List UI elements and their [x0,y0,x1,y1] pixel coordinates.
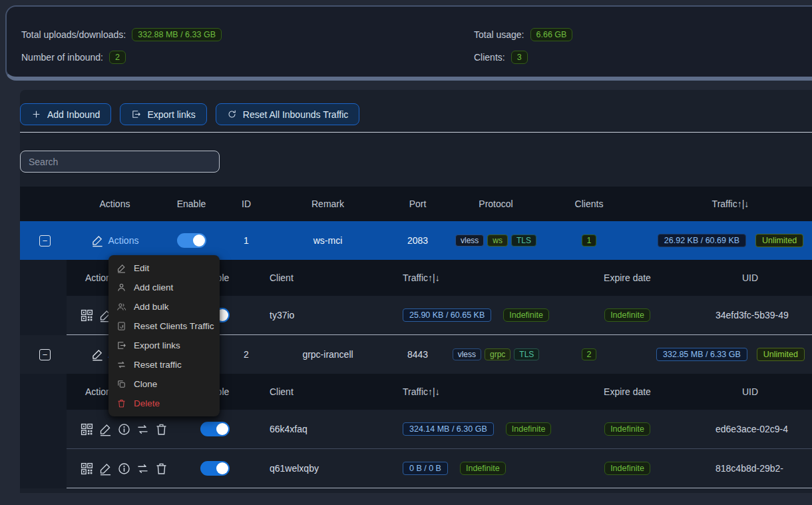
edit-pencil-icon [91,234,104,247]
delete-client-icon[interactable] [154,462,168,476]
client-count-badge: 1 [582,235,597,247]
menu-item-label: Export links [134,340,180,350]
stat-clients-label: Clients: [474,52,505,63]
client-row-q61welxqby: q61welxqby 0 B / 0 B Indefinite Indefini… [67,449,812,488]
inbound-id: 2 [223,349,270,360]
edit-icon [116,263,126,273]
menu-item-reset-traffic[interactable]: Reset traffic [108,355,220,374]
security-tag-tls: TLS [511,235,536,247]
export-links-button[interactable]: Export links [120,103,206,125]
stat-total-usage: Total usage: 6.66 GB [474,27,572,42]
sub-header-client: Client [243,386,346,397]
quota-badge: Unlimited [757,348,805,361]
edit-pencil-icon [91,348,104,361]
client-enable-toggle[interactable] [200,422,230,436]
toolbar-divider [20,132,812,133]
header-actions: Actions [70,199,160,209]
client-quota-badge: Indefinite [460,462,506,475]
client-uid: ed6e3ace-02c9-4 [715,424,812,434]
menu-item-label: Reset Clients Traffic [134,321,214,331]
stats-column-right: Total usage: 6.66 GB Clients: 3 [474,27,572,65]
sub-header-expire: Expire date [539,272,715,283]
add-inbound-label: Add Inbound [47,109,100,120]
qr-code-icon[interactable] [80,422,94,436]
inbound-row-ws-mci[interactable]: Actions 1 ws-mci 2083 vless ws TLS 1 26.… [20,221,812,260]
client-expire-badge: Indefinite [604,422,650,436]
transport-tag-ws: ws [487,235,508,247]
client-count-badge: 2 [582,348,597,360]
menu-item-clone[interactable]: Clone [108,374,220,394]
info-icon[interactable] [117,422,131,436]
header-traffic[interactable]: Traffic↑|↓ [636,199,812,209]
menu-item-label: Add client [134,282,173,292]
clone-icon [116,379,126,389]
inbound-id: 1 [223,235,270,246]
stat-clients-value-badge: 3 [511,51,528,64]
add-inbound-button[interactable]: Add Inbound [20,103,111,125]
inbounds-table-header: Actions Enable ID Remark Port Protocol C… [20,187,812,221]
client-traffic-badge: 25.90 KB / 60.65 KB [403,308,491,322]
client-enable-toggle[interactable] [200,461,230,476]
export-links-label: Export links [147,109,195,120]
stat-usage-value-badge: 6.66 GB [530,28,573,41]
sub-header-traffic[interactable]: Traffic↑|↓ [346,386,539,397]
plus-icon [31,109,41,119]
enable-toggle[interactable] [177,233,206,248]
menu-item-add-bulk[interactable]: Add bulk [108,297,220,316]
protocol-tags: vless ws TLS [449,235,542,247]
edit-client-icon[interactable] [99,422,112,436]
inbound-remark: grpc-irancell [270,349,386,360]
header-remark: Remark [270,199,386,209]
menu-item-add-client[interactable]: Add client [108,278,220,297]
protocol-tags: vless grpc TLS [449,348,542,360]
search-input[interactable] [20,151,220,173]
menu-item-reset-clients-traffic[interactable]: Reset Clients Traffic [108,316,220,336]
stats-card: Total uploads/downloads: 332.88 MB / 6.3… [5,5,812,81]
toolbar: Add Inbound Export links Reset All Inbou… [20,90,812,125]
menu-item-label: Reset traffic [134,360,182,370]
client-expire-badge: Indefinite [604,462,650,475]
menu-item-delete[interactable]: Delete [108,394,220,413]
sub-header-traffic[interactable]: Traffic↑|↓ [346,272,539,283]
reset-traffic-icon[interactable] [136,422,150,436]
delete-client-icon[interactable] [154,422,168,436]
menu-item-export-links[interactable]: Export links [108,336,220,355]
stats-column-left: Total uploads/downloads: 332.88 MB / 6.3… [21,27,222,65]
client-action-icons [67,462,186,476]
menu-item-edit[interactable]: Edit [108,258,220,278]
stat-inbounds-value-badge: 2 [109,51,126,64]
export-icon [131,109,141,119]
qr-code-icon[interactable] [80,308,94,322]
client-expire-badge: Indefinite [604,308,650,322]
header-clients: Clients [542,199,636,209]
protocol-tag-vless: vless [453,348,481,360]
stat-uploads-label: Total uploads/downloads: [21,29,126,40]
reload-icon [227,109,237,119]
security-tag-tls: TLS [514,348,539,360]
transport-tag-grpc: grpc [485,348,510,360]
collapse-row-button[interactable] [39,235,51,247]
header-port: Port [386,199,449,209]
qr-code-icon[interactable] [80,462,94,476]
header-enable: Enable [160,199,223,209]
header-protocol: Protocol [449,199,542,209]
collapse-row-button[interactable] [39,349,51,360]
sub-header-uid: UID [715,272,812,283]
edit-client-icon[interactable] [99,462,112,476]
actions-dropdown-menu: Edit Add client Add bulk Reset Clients T… [108,255,220,416]
info-icon[interactable] [117,462,131,476]
row-actions-label: Actions [108,235,139,246]
sub-header-expire: Expire date [539,386,715,397]
client-traffic-badge: 324.14 MB / 6.30 GB [403,422,494,436]
inbound-port: 2083 [386,235,449,246]
reset-traffic-icon[interactable] [136,462,150,476]
reset-all-traffic-button[interactable]: Reset All Inbounds Traffic [216,103,360,125]
swap-arrows-icon [116,360,126,370]
client-name: 66k4xfaq [243,424,346,434]
menu-item-label: Edit [134,263,149,273]
row-actions-dropdown-trigger[interactable]: Actions [91,234,139,247]
stat-number-of-inbound: Number of inbound: 2 [21,49,222,65]
trash-icon [116,398,126,408]
client-action-icons [67,422,186,436]
users-icon [116,302,126,312]
